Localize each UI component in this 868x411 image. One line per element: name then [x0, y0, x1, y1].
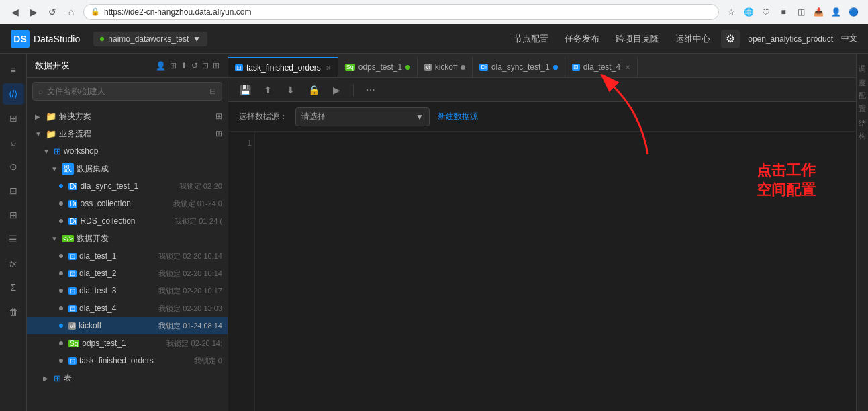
- code-area[interactable]: [255, 132, 856, 411]
- data-integration-label: 数据集成: [77, 163, 222, 175]
- extension-btn5[interactable]: 📥: [812, 5, 825, 19]
- extension-btn1[interactable]: 🌐: [742, 5, 755, 19]
- sidebar-table-icon[interactable]: ⊞: [3, 204, 24, 226]
- tree-item-task-finished-orders[interactable]: ⊡ task_finished_orders 我锁定 0: [27, 352, 228, 369]
- tree-item-data-integration[interactable]: ▼ 数 数据集成: [27, 160, 228, 177]
- header-username[interactable]: open_analytics_product: [748, 34, 833, 44]
- tab-icon: Di: [479, 64, 488, 71]
- more-btn[interactable]: ⋯: [362, 81, 379, 99]
- reload-button[interactable]: ↺: [46, 5, 59, 19]
- sidebar-code-icon[interactable]: ⟨/⟩: [3, 83, 24, 105]
- tab-dla-sync-test-1[interactable]: Di dla_sync_test_1: [473, 57, 565, 77]
- grid-view-btn[interactable]: ⊞: [213, 61, 220, 71]
- tab-kickoff[interactable]: vi kickoff: [418, 57, 473, 77]
- tree-item-solutions[interactable]: ▶ 📁 解决方案 ⊞: [27, 107, 228, 125]
- save-btn[interactable]: 💾: [236, 81, 254, 99]
- tab-task-finished-orders[interactable]: ⊡ task_finished_orders ✕: [228, 57, 338, 77]
- home-button[interactable]: ⌂: [64, 5, 78, 19]
- sidebar-trash-icon[interactable]: 🗑: [3, 301, 24, 322]
- tree-item-oss-collection[interactable]: Di oss_collection 我锁定 01-24 0: [27, 195, 228, 212]
- tree-item-rds-collection[interactable]: Di RDS_collection 我锁定 01-24 (: [27, 212, 228, 230]
- more-btn[interactable]: ⊡: [202, 61, 209, 71]
- nav-ops-center[interactable]: 运维中心: [675, 33, 710, 45]
- nav-task-publish[interactable]: 任务发布: [565, 33, 599, 45]
- nav-node-config[interactable]: 节点配置: [514, 33, 548, 45]
- back-button[interactable]: ◀: [8, 5, 21, 19]
- add-file-btn[interactable]: 👤: [156, 61, 166, 71]
- extension-btn6[interactable]: 🔵: [847, 5, 860, 19]
- upload-btn[interactable]: ⬆: [259, 81, 277, 99]
- project-selector[interactable]: haimo_dataworks_test ▼: [93, 32, 207, 46]
- nav-cross-project[interactable]: 跨项目克隆: [616, 33, 659, 45]
- tab-close-btn[interactable]: ✕: [625, 64, 630, 71]
- dla-test-1-label: dla_test_1: [79, 251, 156, 261]
- tab-close-btn[interactable]: ✕: [326, 64, 331, 72]
- download-btn[interactable]: ⬇: [282, 81, 299, 99]
- sidebar-history-icon[interactable]: ⊙: [3, 156, 24, 177]
- dla-file-icon: ⊡: [68, 357, 77, 365]
- tree-item-kickoff[interactable]: vi kickoff 我锁定 01-24 08:14: [27, 317, 228, 334]
- datasource-select[interactable]: 请选择 ▼: [295, 107, 430, 126]
- tab-dla-test-4[interactable]: ⊡ dla_test_4 ✕: [565, 57, 638, 77]
- url-bar[interactable]: 🔒 https://ide2-cn-hangzhou.data.aliyun.c…: [83, 4, 719, 20]
- tree-item-workshop[interactable]: ▼ ⊞ workshop: [27, 142, 228, 160]
- datastudio-logo-icon: DS: [11, 30, 30, 48]
- tree-item-table[interactable]: ▶ ⊞ 表: [27, 369, 228, 387]
- status-dot: [59, 341, 63, 345]
- task-finished-orders-label: task_finished_orders: [79, 356, 191, 365]
- tree-item-odps-test-1[interactable]: Sq odps_test_1 我锁定 02-20 14:: [27, 334, 228, 352]
- header-language[interactable]: 中文: [841, 33, 857, 44]
- profile-btn[interactable]: 👤: [829, 5, 842, 19]
- filter-icon[interactable]: ⊟: [209, 87, 216, 96]
- upload-btn[interactable]: ⬆: [181, 61, 187, 71]
- sidebar-search-icon[interactable]: ⌕: [3, 132, 24, 153]
- workflows-grid-icon[interactable]: ⊞: [215, 129, 222, 138]
- lock-btn[interactable]: 🔒: [305, 81, 322, 99]
- odps-test-1-meta: 我锁定 02-20 14:: [166, 338, 222, 349]
- tree-item-dla-test-1[interactable]: ⊡ dla_test_1 我锁定 02-20 10:14: [27, 247, 228, 265]
- tree-item-dla-test-2[interactable]: ⊡ dla_test_2 我锁定 02-20 10:14: [27, 265, 228, 282]
- arrow-icon: ▼: [35, 130, 43, 138]
- solutions-label: 解决方案: [59, 111, 213, 122]
- sidebar-fx-icon[interactable]: fx: [3, 253, 24, 274]
- toolbar-divider: [353, 84, 354, 96]
- add-folder-btn[interactable]: ⊞: [170, 61, 177, 71]
- tab-label: dla_test_4: [583, 62, 620, 72]
- workflows-label: 业务流程: [59, 128, 213, 140]
- url-text: https://ide2-cn-hangzhou.data.aliyun.com: [104, 7, 251, 17]
- sidebar-file-icon[interactable]: ⊟: [3, 180, 24, 201]
- arrow-icon: ▼: [43, 148, 51, 155]
- datasource-label: 选择数据源：: [239, 111, 287, 122]
- tree-item-workflows[interactable]: ▼ 📁 业务流程 ⊞: [27, 125, 228, 142]
- forward-button[interactable]: ▶: [27, 5, 40, 19]
- new-datasource-link[interactable]: 新建数据源: [438, 111, 478, 122]
- extension-btn4[interactable]: ◫: [794, 5, 808, 19]
- tree-item-data-dev[interactable]: ▼ </> 数据开发: [27, 230, 228, 247]
- task-finished-orders-meta: 我锁定 0: [194, 356, 222, 366]
- run-btn[interactable]: ▶: [328, 81, 345, 99]
- sidebar-sigma-icon[interactable]: Σ: [3, 277, 24, 298]
- sidebar-puzzle-icon[interactable]: ⊞: [3, 107, 24, 129]
- tree-item-dla-test-3[interactable]: ⊡ dla_test_3 我锁定 02-20 10:17: [27, 282, 228, 300]
- tab-icon: ⊡: [572, 64, 580, 71]
- sidebar-menu-icon[interactable]: ≡: [3, 59, 24, 81]
- arrow-icon: ▶: [43, 375, 51, 382]
- extension-btn2[interactable]: 🛡: [759, 5, 773, 19]
- header-right: ⚙ open_analytics_product 中文: [721, 30, 857, 48]
- dla-file-icon: ⊡: [68, 253, 77, 260]
- settings-gear-button[interactable]: ⚙: [721, 30, 740, 48]
- tab-icon: vi: [424, 64, 432, 71]
- browser-bar: ◀ ▶ ↺ ⌂ 🔒 https://ide2-cn-hangzhou.data.…: [0, 0, 868, 24]
- search-input[interactable]: [47, 87, 205, 96]
- tree-item-dla-sync-test-1[interactable]: Di dla_sync_test_1 我锁定 02-20: [27, 177, 228, 195]
- dla-sync-test-1-label: dla_sync_test_1: [80, 181, 176, 191]
- solutions-grid-icon[interactable]: ⊞: [215, 111, 222, 121]
- folder-icon: 📁: [46, 111, 56, 122]
- tree-item-dla-test-4[interactable]: ⊡ dla_test_4 我锁定 02-20 13:03: [27, 300, 228, 317]
- bookmark-button[interactable]: ☆: [724, 5, 738, 19]
- extension-btn3[interactable]: ■: [777, 5, 790, 19]
- sidebar-list-icon[interactable]: ☰: [3, 228, 24, 250]
- table-label: 表: [64, 373, 222, 384]
- refresh-btn[interactable]: ↺: [191, 61, 198, 71]
- tab-odps-test-1[interactable]: Sq odps_test_1: [338, 57, 418, 77]
